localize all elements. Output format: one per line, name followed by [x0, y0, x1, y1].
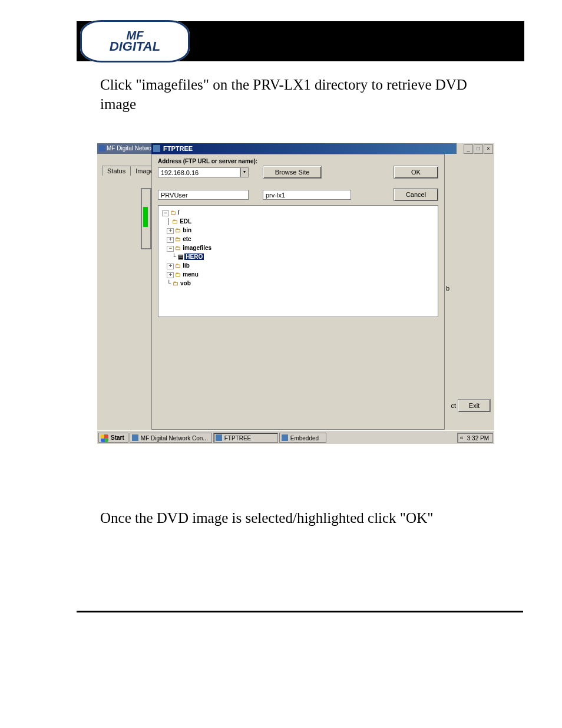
taskbar-item[interactable]: Embedded [279, 433, 326, 443]
browse-site-button[interactable]: Browse Site [263, 166, 322, 179]
tree-item: │ 🗀 EDL [162, 217, 434, 226]
embedded-screenshot: MF Digital Network C _ □ × _ □ × b ct Ex… [97, 143, 494, 444]
tree-item: └ 🗀 vob [162, 279, 434, 288]
tree-root: −🗀 / [162, 208, 434, 217]
tree-item: +🗀 bin [162, 226, 434, 235]
dialog-title: FTPTREE [163, 145, 193, 152]
instruction-text-1: Click "imagefiles" on the PRV-LX1 direct… [100, 75, 477, 114]
mf-digital-logo: MF DIGITAL [80, 20, 190, 62]
address-input[interactable]: 192.168.0.16 [158, 167, 240, 177]
host-input[interactable]: prv-lx1 [263, 190, 351, 200]
ok-button[interactable]: OK [394, 166, 438, 179]
logo-line2: DIGITAL [110, 39, 160, 54]
taskbar: Start MF Digital Network Con... FTPTREE … [97, 430, 494, 444]
tree-item: +🗀 etc [162, 235, 434, 243]
directory-tree[interactable]: −🗀 / │ 🗀 EDL +🗀 bin +🗀 etc −🗀 imagefiles… [158, 205, 438, 317]
collapse-icon[interactable]: − [162, 210, 169, 216]
start-button[interactable]: Start [98, 433, 128, 443]
folder-icon: 🗀 [175, 236, 181, 242]
expand-icon[interactable]: + [167, 263, 174, 269]
ftptree-dialog: Address (FTP URL or server name): 192.16… [151, 154, 445, 430]
address-label: Address (FTP URL or server name): [158, 158, 438, 164]
taskbar-item[interactable]: FTPTREE [213, 433, 278, 443]
tree-item: +🗀 menu [162, 270, 434, 279]
progress-indicator [141, 188, 151, 249]
expand-icon[interactable]: + [167, 272, 174, 278]
tree-item-imagefiles: −🗀 imagefiles [162, 243, 434, 252]
folder-icon: 🗀 [173, 280, 178, 286]
folder-icon: 🗀 [175, 262, 181, 269]
expand-icon[interactable]: + [167, 237, 174, 243]
page-header: MF DIGITAL [77, 21, 524, 61]
file-icon: ▤ [178, 253, 183, 260]
exit-button[interactable]: Exit [458, 399, 491, 412]
tab-status[interactable]: Status [102, 166, 131, 176]
taskbar-clock[interactable]: 3:32 PM [457, 433, 493, 443]
folder-icon: 🗀 [175, 227, 181, 233]
taskbar-item[interactable]: MF Digital Network Con... [130, 433, 212, 443]
folder-icon: 🗀 [172, 218, 178, 225]
ct-label: ct [451, 402, 456, 409]
user-input[interactable]: PRVUser [158, 190, 249, 200]
footer-rule [77, 611, 523, 612]
folder-icon: 🗀 [175, 245, 181, 251]
instruction-text-2: Once the DVD image is selected/highlight… [100, 509, 477, 528]
restore-icon[interactable]: □ [474, 144, 483, 154]
right-label-b: b [446, 285, 449, 292]
expand-icon[interactable]: + [167, 228, 174, 234]
dialog-titlebar[interactable]: FTPTREE [151, 143, 457, 154]
min-icon[interactable]: _ [464, 144, 473, 154]
folder-icon: 🗀 [170, 209, 176, 216]
cancel-button[interactable]: Cancel [394, 188, 438, 201]
dropdown-arrow-icon[interactable]: ▾ [240, 167, 249, 177]
right-panel: _ □ × b ct Exit [445, 143, 494, 430]
close-icon[interactable]: × [484, 144, 493, 154]
folder-icon: 🗀 [175, 271, 181, 278]
tree-item: +🗀 lib [162, 261, 434, 270]
tree-item-selected: └ ▤ HERO [162, 252, 434, 261]
collapse-icon[interactable]: − [167, 246, 174, 252]
